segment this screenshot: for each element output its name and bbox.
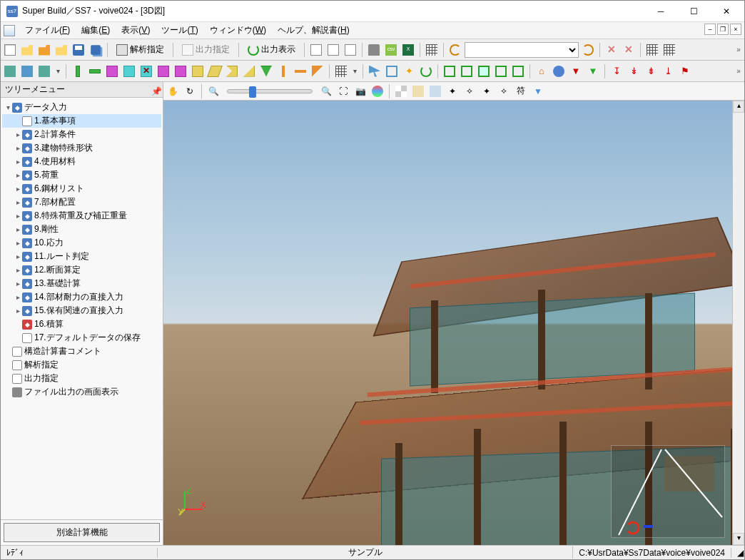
select-arrow-button[interactable]: [367, 63, 382, 79]
tree-item-1[interactable]: 1.基本事項: [2, 114, 161, 128]
pin-icon[interactable]: 📌: [151, 86, 158, 93]
csv-export-button[interactable]: csv: [383, 42, 399, 58]
nav-r1-button[interactable]: ▼: [568, 63, 584, 79]
save-button[interactable]: [71, 42, 86, 58]
member-y1-button[interactable]: [190, 63, 206, 79]
scroll-up-button[interactable]: ▴: [733, 101, 744, 113]
select-move-button[interactable]: ✦: [401, 63, 417, 79]
panel-b-button[interactable]: [662, 42, 677, 58]
close-button[interactable]: ✕: [710, 1, 743, 21]
menu-e[interactable]: 編集(E): [76, 23, 116, 38]
view-plan-button[interactable]: [2, 63, 18, 79]
open-folder-button[interactable]: [36, 42, 52, 58]
member-slab-button[interactable]: [156, 63, 171, 79]
table-button[interactable]: [424, 42, 440, 58]
member-found-button[interactable]: [173, 63, 188, 79]
tree-view[interactable]: ▾ ◆ データ入力 1.基本事項▸◆2.計算条件▸◆3.建物特殊形状▸◆4.使用…: [1, 98, 163, 519]
tree-item-6[interactable]: ▸◆6.鋼材リスト: [2, 182, 161, 195]
mark-r4-button[interactable]: ⤓: [660, 63, 676, 79]
filter-funnel-button[interactable]: ▼: [530, 83, 546, 99]
mdi-restore-button[interactable]: ❐: [717, 24, 729, 35]
resize-grip[interactable]: ◢: [731, 548, 744, 558]
grid-more-button[interactable]: ▾: [350, 63, 359, 79]
clear-button[interactable]: ✕: [621, 42, 637, 58]
save-all-button[interactable]: [88, 42, 103, 58]
doc-b-button[interactable]: [325, 42, 341, 58]
mark-r1-button[interactable]: ↧: [609, 63, 624, 79]
tree-after-1[interactable]: 解析指定: [2, 358, 161, 372]
member-beam-button[interactable]: [87, 63, 103, 79]
view-3d-button[interactable]: [36, 63, 52, 79]
shade-b-button[interactable]: [410, 83, 426, 99]
extra-calc-button[interactable]: 別途計算機能: [4, 523, 160, 542]
toolbar2-overflow-button[interactable]: »: [734, 63, 743, 79]
vertical-scrollbar[interactable]: ▴ ▾: [732, 101, 744, 545]
tree-item-17[interactable]: 17.デフォルトデータの保存: [2, 331, 161, 345]
member-y3-button[interactable]: [224, 63, 240, 79]
mark-r3-button[interactable]: ⇟: [643, 63, 659, 79]
filter-g2-button[interactable]: [459, 63, 475, 79]
tree-item-4[interactable]: ▸◆4.使用材料: [2, 155, 161, 168]
open-file-button[interactable]: [19, 42, 35, 58]
nav-g1-button[interactable]: ▼: [585, 63, 601, 79]
3d-viewport[interactable]: Z X Y: [163, 101, 732, 545]
redo-button[interactable]: [580, 42, 596, 58]
scroll-down-button[interactable]: ▾: [733, 533, 744, 545]
tree-item-15[interactable]: ▸◆15.保有関連の直接入力: [2, 304, 161, 317]
member-col-button[interactable]: [70, 63, 86, 79]
doc-c-button[interactable]: [343, 42, 358, 58]
panel-a-button[interactable]: [644, 42, 660, 58]
analysis-spec-button[interactable]: 解析指定: [111, 42, 169, 58]
tree-item-2[interactable]: ▸◆2.計算条件: [2, 128, 161, 141]
member-brace-button[interactable]: [104, 63, 120, 79]
render-button[interactable]: [370, 83, 385, 99]
menu-w[interactable]: ウィンドウ(W): [204, 23, 272, 38]
menu-t[interactable]: ツール(T): [156, 23, 203, 38]
maximize-button[interactable]: ☐: [677, 1, 710, 21]
symbol-toggle-button[interactable]: 符: [513, 83, 529, 99]
undo-button[interactable]: [447, 42, 463, 58]
filter-g4-button[interactable]: [493, 63, 509, 79]
tree-after-2[interactable]: 出力指定: [2, 372, 161, 385]
doc-a-button[interactable]: [308, 42, 324, 58]
light-c-button[interactable]: ✦: [479, 83, 495, 99]
tree-item-10[interactable]: ▸◆10.応力: [2, 236, 161, 250]
tree-item-8[interactable]: ▸◆8.特殊荷重及び補正重量: [2, 209, 161, 223]
tree-item-5[interactable]: ▸◆5.荷重: [2, 168, 161, 182]
filter-g3-button[interactable]: [476, 63, 492, 79]
member-wall-button[interactable]: [121, 63, 137, 79]
view-more-button[interactable]: ▾: [54, 63, 62, 79]
mdi-close-button[interactable]: ×: [730, 24, 741, 35]
light-b-button[interactable]: ✧: [462, 83, 477, 99]
camera-button[interactable]: 📷: [353, 83, 368, 99]
shade-c-button[interactable]: [427, 83, 443, 99]
menu-v[interactable]: 表示(V): [116, 23, 156, 38]
print-button[interactable]: [366, 42, 382, 58]
menu-h[interactable]: ヘルプ、解説書(H): [272, 23, 355, 38]
zoom-slider[interactable]: [227, 89, 313, 93]
view-elev-button[interactable]: [19, 63, 35, 79]
filter-g5-button[interactable]: [510, 63, 526, 79]
shade-a-button[interactable]: [393, 83, 409, 99]
nav-b1-button[interactable]: [551, 63, 567, 79]
excel-export-button[interactable]: X: [400, 42, 416, 58]
zoom-slider-thumb[interactable]: [249, 86, 256, 98]
delete-button[interactable]: ✕: [604, 42, 619, 58]
tree-item-3[interactable]: ▸◆3.建物特殊形状: [2, 141, 161, 155]
tree-item-14[interactable]: ▸◆14.部材耐力の直接入力: [2, 290, 161, 304]
tree-root[interactable]: ▾ ◆ データ入力: [2, 101, 161, 114]
filter-g1-button[interactable]: [442, 63, 457, 79]
menu-f[interactable]: ファイル(F): [19, 23, 76, 38]
new-file-button[interactable]: [2, 42, 18, 58]
member-wall-x-button[interactable]: [138, 63, 154, 79]
open-recent-button[interactable]: [54, 42, 69, 58]
home-button[interactable]: ⌂: [534, 63, 549, 79]
hand-tool-button[interactable]: ✋: [165, 83, 181, 99]
select-rect-button[interactable]: [384, 63, 400, 79]
mdi-minimize-button[interactable]: –: [704, 24, 716, 35]
tree-item-11[interactable]: ▸◆11.ルート判定: [2, 250, 161, 263]
tree-after-0[interactable]: 構造計算書コメント: [2, 345, 161, 358]
tree-item-12[interactable]: ▸◆12.断面算定: [2, 263, 161, 277]
rotate-tool-button[interactable]: ↻: [182, 83, 198, 99]
mini-map[interactable]: [611, 445, 725, 538]
